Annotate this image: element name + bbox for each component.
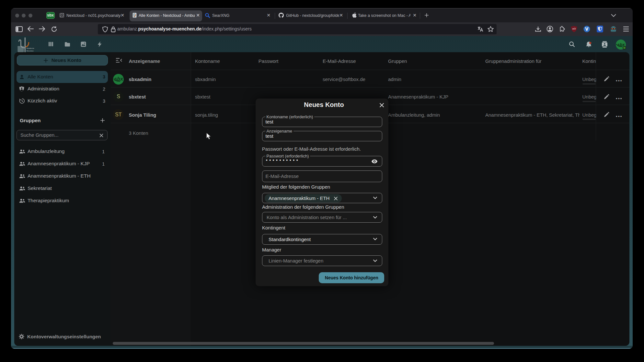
svg-text:Akademie: Akademie xyxy=(27,47,34,49)
svg-text:München: München xyxy=(27,50,34,52)
svg-text:uO: uO xyxy=(572,27,576,30)
